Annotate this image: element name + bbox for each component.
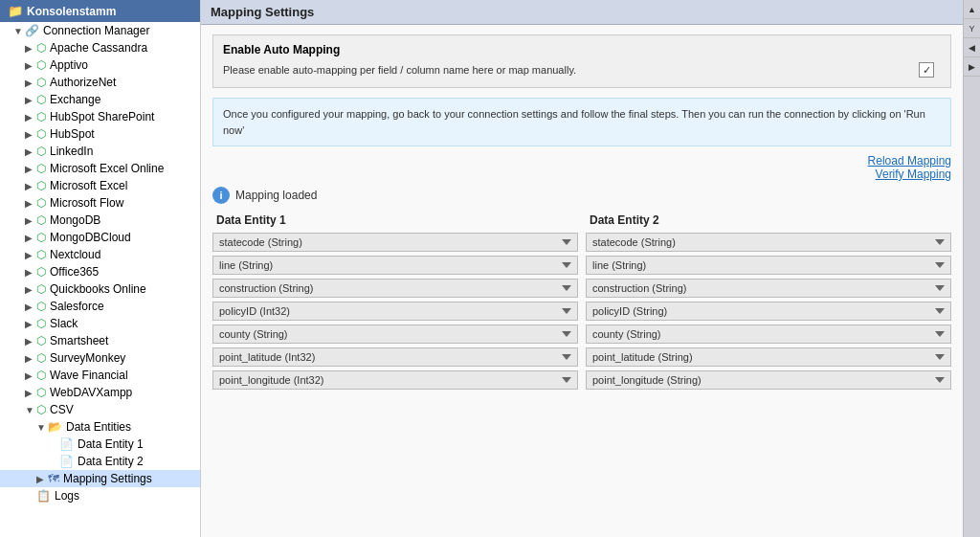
sidebar-label: Logs bbox=[55, 489, 79, 503]
sidebar-item-quickbooks[interactable]: ▶ ⬡ Quickbooks Online bbox=[0, 280, 200, 298]
sidebar-label: Salesforce bbox=[50, 300, 104, 313]
info-circle-icon: i bbox=[212, 187, 230, 204]
db-icon: ⬡ bbox=[36, 93, 46, 106]
auto-mapping-checkbox[interactable] bbox=[919, 62, 934, 78]
right-strip-btn-1[interactable]: ▲ bbox=[964, 0, 980, 19]
arrow-icon: ▶ bbox=[25, 78, 36, 88]
mapping-row: statecode (String)statecode (String) bbox=[212, 233, 951, 252]
mapping-select-entity1-1[interactable]: line (String) bbox=[212, 256, 578, 275]
mapping-select-entity2-2[interactable]: construction (String) bbox=[586, 279, 951, 298]
sidebar-label: HubSpot bbox=[50, 127, 95, 141]
sidebar-root[interactable]: 📁 Konsolenstamm bbox=[0, 0, 200, 22]
mapping-select-entity1-6[interactable]: point_longitude (Int32) bbox=[212, 370, 578, 390]
sidebar-item-csv[interactable]: ▼ ⬡ CSV bbox=[0, 401, 200, 418]
sidebar-item-nextcloud[interactable]: ▶ ⬡ Nextcloud bbox=[0, 246, 200, 263]
arrow-icon: ▶ bbox=[25, 319, 36, 329]
sidebar-item-salesforce[interactable]: ▶ ⬡ Salesforce bbox=[0, 298, 200, 315]
sidebar-item-surveymonkey[interactable]: ▶ ⬡ SurveyMonkey bbox=[0, 349, 200, 367]
arrow-icon: ▶ bbox=[25, 129, 36, 140]
sidebar-label-connection-manager: Connection Manager bbox=[43, 24, 149, 37]
db-icon: ⬡ bbox=[36, 162, 46, 175]
db-icon: ⬡ bbox=[36, 41, 46, 55]
reload-mapping-link[interactable]: Reload Mapping bbox=[868, 154, 951, 168]
auto-mapping-section: Enable Auto Mapping Please enable auto-m… bbox=[212, 34, 951, 88]
sidebar-item-ms-flow[interactable]: ▶ ⬡ Microsoft Flow bbox=[0, 194, 200, 212]
mapping-select-entity2-0[interactable]: statecode (String) bbox=[586, 233, 951, 252]
mapping-select-entity1-4[interactable]: county (String) bbox=[212, 324, 578, 344]
db-icon: ⬡ bbox=[36, 265, 46, 279]
db-icon: ⬡ bbox=[36, 403, 46, 416]
sidebar-item-exchange[interactable]: ▶ ⬡ Exchange bbox=[0, 91, 200, 108]
auto-mapping-checkbox-area[interactable] bbox=[912, 60, 941, 79]
db-icon: ⬡ bbox=[36, 179, 46, 192]
sidebar-item-data-entity-2[interactable]: 📄 Data Entity 2 bbox=[0, 453, 200, 470]
sidebar-label: Apache Cassandra bbox=[50, 41, 147, 55]
sidebar-label: SurveyMonkey bbox=[50, 351, 125, 365]
arrow-icon: ▶ bbox=[25, 353, 36, 364]
sidebar-item-hubspot[interactable]: ▶ ⬡ HubSpot bbox=[0, 125, 200, 143]
sidebar-item-ms-excel[interactable]: ▶ ⬡ Microsoft Excel bbox=[0, 177, 200, 194]
arrow-icon: ▶ bbox=[25, 60, 36, 71]
db-icon: ⬡ bbox=[36, 317, 46, 330]
sidebar-item-mapping-settings[interactable]: ▶ 🗺 Mapping Settings bbox=[0, 470, 200, 487]
sidebar-item-data-entity-1[interactable]: 📄 Data Entity 1 bbox=[0, 436, 200, 453]
db-icon: ⬡ bbox=[36, 351, 46, 365]
db-icon: ⬡ bbox=[36, 196, 46, 210]
db-icon: ⬡ bbox=[36, 127, 46, 141]
db-icon: ⬡ bbox=[36, 145, 46, 158]
mapping-select-entity2-3[interactable]: policyID (String) bbox=[586, 302, 951, 321]
arrow-icon: ▼ bbox=[25, 405, 36, 415]
mapping-select-entity2-5[interactable]: point_latitude (String) bbox=[586, 347, 951, 367]
auto-mapping-description: Please enable auto-mapping per field / c… bbox=[223, 64, 912, 76]
arrow-icon: ▶ bbox=[25, 95, 36, 105]
mapping-select-entity1-0[interactable]: statecode (String) bbox=[212, 233, 578, 252]
sidebar-item-hubspot-sharepoint[interactable]: ▶ ⬡ HubSpot SharePoint bbox=[0, 108, 200, 125]
sidebar-item-ms-excel-online[interactable]: ▶ ⬡ Microsoft Excel Online bbox=[0, 160, 200, 177]
sidebar-item-authorizenet[interactable]: ▶ ⬡ AuthorizeNet bbox=[0, 74, 200, 91]
sidebar-label: Data Entity 2 bbox=[78, 455, 144, 468]
sidebar-item-logs[interactable]: 📋 Logs bbox=[0, 487, 200, 504]
arrow-icon: ▶ bbox=[25, 112, 36, 123]
mapping-table-header: Data Entity 1 Data Entity 2 bbox=[212, 212, 951, 229]
sidebar-item-mongodbcloud[interactable]: ▶ ⬡ MongoDBCloud bbox=[0, 229, 200, 246]
sidebar-item-office365[interactable]: ▶ ⬡ Office365 bbox=[0, 263, 200, 280]
sidebar-label: Mapping Settings bbox=[63, 472, 152, 485]
sidebar-item-apptivo[interactable]: ▶ ⬡ Apptivo bbox=[0, 56, 200, 74]
sidebar-label: WebDAVXampp bbox=[50, 386, 132, 399]
mapping-row: line (String)line (String) bbox=[212, 256, 951, 275]
main-panel: Mapping Settings Enable Auto Mapping Ple… bbox=[201, 0, 963, 537]
folder-icon: 📂 bbox=[48, 420, 62, 434]
sidebar-item-webdavxampp[interactable]: ▶ ⬡ WebDAVXampp bbox=[0, 384, 200, 401]
sidebar: 📁 Konsolenstamm ▼ 🔗 Connection Manager ▶… bbox=[0, 0, 201, 537]
logs-icon: 📋 bbox=[36, 489, 51, 503]
sidebar-label: Microsoft Excel Online bbox=[50, 162, 164, 175]
mapping-select-entity1-5[interactable]: point_latitude (Int32) bbox=[212, 347, 578, 367]
sidebar-item-wave-financial[interactable]: ▶ ⬡ Wave Financial bbox=[0, 367, 200, 384]
info-box: Once you configured your mapping, go bac… bbox=[212, 98, 951, 146]
sidebar-label: Smartsheet bbox=[50, 334, 108, 347]
sidebar-item-data-entities[interactable]: ▼ 📂 Data Entities bbox=[0, 418, 200, 436]
db-icon: ⬡ bbox=[36, 386, 46, 399]
mapping-select-entity2-6[interactable]: point_longitude (String) bbox=[586, 370, 951, 390]
sidebar-label: Nextcloud bbox=[50, 248, 100, 261]
mapping-select-entity2-1[interactable]: line (String) bbox=[586, 256, 951, 275]
db-icon: ⬡ bbox=[36, 300, 46, 313]
sidebar-root-label: Konsolenstamm bbox=[27, 5, 116, 18]
sidebar-item-smartsheet[interactable]: ▶ ⬡ Smartsheet bbox=[0, 332, 200, 349]
sidebar-label: MongoDB bbox=[50, 213, 100, 227]
verify-mapping-link[interactable]: Verify Mapping bbox=[876, 168, 951, 181]
mapping-select-entity1-3[interactable]: policyID (Int32) bbox=[212, 302, 578, 321]
root-folder-icon: 📁 bbox=[8, 4, 23, 18]
mapping-select-entity2-4[interactable]: county (String) bbox=[586, 324, 951, 344]
sidebar-item-apache-cassandra[interactable]: ▶ ⬡ Apache Cassandra bbox=[0, 39, 200, 56]
mapping-select-entity1-2[interactable]: construction (String) bbox=[212, 279, 578, 298]
sidebar-item-linkedin[interactable]: ▶ ⬡ LinkedIn bbox=[0, 143, 200, 160]
sidebar-item-slack[interactable]: ▶ ⬡ Slack bbox=[0, 315, 200, 332]
right-strip-btn-3[interactable]: ◀ bbox=[964, 38, 980, 57]
arrow-icon: ▶ bbox=[25, 388, 36, 398]
arrow-icon: ▶ bbox=[25, 302, 36, 312]
right-strip-btn-4[interactable]: ▶ bbox=[964, 57, 980, 77]
sidebar-item-connection-manager[interactable]: ▼ 🔗 Connection Manager bbox=[0, 22, 200, 39]
sidebar-item-mongodb[interactable]: ▶ ⬡ MongoDB bbox=[0, 212, 200, 229]
right-strip-btn-2[interactable]: Y bbox=[964, 19, 980, 38]
